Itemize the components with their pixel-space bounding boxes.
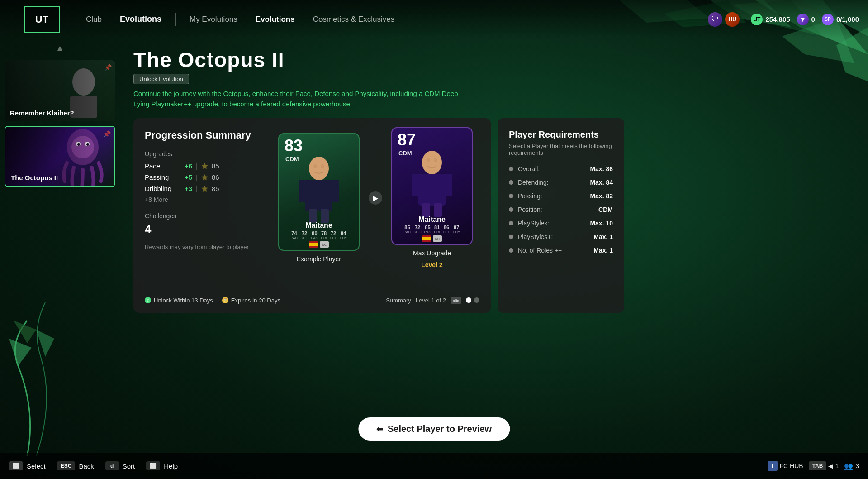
nav-tabs: Club Evolutions My Evolutions Evolutions… [77, 11, 708, 28]
svg-rect-28 [418, 174, 446, 206]
nav-tab-cosmetics[interactable]: Cosmetics & Exclusives [304, 11, 403, 28]
back-button-icon: ESC [57, 461, 76, 470]
action-help: ⬜ Help [146, 461, 178, 470]
req-dot-defending [509, 180, 513, 185]
example-card-label: Example Player [297, 255, 341, 263]
svg-rect-31 [422, 203, 430, 217]
tab-nav-item: TAB ◀ 1 [809, 461, 839, 470]
select-player-button[interactable]: ⬅ Select Player to Preview [358, 417, 510, 441]
currency-sp: SP 0/1,000 [822, 14, 859, 25]
evolution-description: Continue the journey with the Octopus, e… [133, 89, 473, 109]
req-dot-playstyles [509, 221, 513, 225]
pin-icon: 📌 [104, 64, 112, 71]
svg-point-27 [422, 151, 442, 174]
country-flag: HU [725, 12, 740, 27]
requirements-panel: Player Requirements Select a Player that… [498, 118, 624, 313]
max-card-sublabel: Level 2 [421, 261, 442, 268]
main-content: The Octopus II Unlock Evolution Continue… [120, 38, 868, 452]
logo-area: UT [0, 6, 77, 33]
req-dot-overall [509, 167, 513, 171]
max-player-card: 87 CDM [391, 127, 473, 245]
users-item: 👥 3 [844, 462, 859, 470]
transfer-icon: ▼ [797, 14, 809, 25]
req-dot-playstyles-plus [509, 235, 513, 239]
svg-point-19 [309, 157, 329, 180]
back-action-label: Back [79, 462, 94, 470]
top-navigation: UT Club Evolutions My Evolutions Evoluti… [0, 0, 868, 38]
nav-divider [175, 13, 176, 26]
svg-point-34 [434, 158, 437, 162]
currency-coins: ▼ 0 [797, 14, 815, 25]
unlock-badge: Unlock Evolution [133, 74, 189, 84]
users-count: 3 [855, 462, 859, 469]
sidebar-card-klaiber-label: Remember Klaiber? [10, 109, 74, 117]
pin-active-icon: 📌 [103, 130, 111, 138]
tab-icon: TAB [809, 461, 827, 470]
level-nav-icon[interactable]: ◀▶ [451, 297, 461, 304]
select-action-label: Select [27, 462, 46, 470]
unlock-time-label: Unlock Within 13 Days [154, 297, 213, 304]
action-sort: d Sort [105, 461, 135, 470]
action-back: ESC Back [57, 461, 94, 470]
currency-ut: UT 254,805 [751, 14, 790, 25]
max-rating: 87 [398, 132, 416, 148]
nav-tab-my-evolutions[interactable]: My Evolutions [180, 11, 247, 28]
example-stats-row: 74PAC 72SHO 80PAS 78DRI 72DEF 84PHY [291, 230, 347, 240]
sidebar-card-octopus-label: The Octopus II [11, 174, 58, 182]
player-cards-area: 83 CDM [278, 127, 473, 268]
action-select: ⬜ Select [9, 461, 46, 470]
fc-hub-item: f FC HUB [768, 461, 803, 471]
help-action-label: Help [164, 462, 178, 470]
svg-point-25 [313, 164, 317, 168]
level-dot-1 [466, 297, 471, 303]
nav-tab-club[interactable]: Club [77, 11, 111, 28]
req-dot-roles [509, 248, 513, 253]
tab-arrow: ◀ [828, 462, 833, 469]
bottom-bar: ⬜ Select ESC Back d Sort ⬜ Help f FC HUB… [0, 453, 868, 479]
panel-footer: ⏱ Unlock Within 13 Days ⌛ Expires In 20 … [145, 297, 479, 304]
req-playstyles-plus: PlayStyles+: Max. 1 [509, 233, 613, 240]
bottom-right-actions: f FC HUB TAB ◀ 1 👥 3 [768, 461, 859, 471]
coins-balance: 0 [811, 15, 815, 23]
ut-coin-icon: UT [751, 14, 763, 25]
ut-logo: UT [24, 6, 60, 33]
req-dot-passing [509, 194, 513, 198]
sidebar-card-octopus[interactable]: The Octopus II 📌 [5, 126, 115, 187]
req-overall: Overall: Max. 86 [509, 165, 613, 172]
panels-row: Progression Summary Upgrades Pace +6 | ⭐… [133, 118, 854, 313]
arrow-right[interactable]: ▶ [369, 191, 382, 205]
example-player-name: Maitane [305, 221, 332, 230]
select-player-label: Select Player to Preview [388, 424, 492, 434]
req-dot-position [509, 207, 513, 212]
max-club-badge: NC [433, 235, 442, 242]
sort-button-icon: d [105, 461, 119, 470]
max-card-label: Max Upgrade [413, 249, 451, 257]
max-stats-row: 85PAC 72SHO 85PAS 81DRI 86DEF 87PHY [404, 225, 460, 234]
max-player-art [400, 149, 464, 217]
svg-rect-21 [299, 180, 308, 202]
max-player-wrap: 87 CDM [391, 127, 473, 268]
svg-rect-20 [305, 180, 332, 211]
scroll-up-indicator: ▲ [5, 43, 115, 53]
level-dot-2 [474, 297, 479, 303]
max-player-name: Maitane [418, 216, 446, 224]
help-button-icon: ⬜ [146, 461, 160, 470]
clock-icon: ⏱ [145, 297, 151, 303]
summary-label: Summary [386, 297, 411, 304]
users-icon: 👥 [844, 462, 853, 470]
example-player-art [287, 155, 351, 223]
req-roles: No. of Roles ++ Max. 1 [509, 247, 613, 254]
level-label: Level 1 of 2 [416, 297, 446, 304]
nav-tab-evolutions[interactable]: Evolutions [247, 11, 304, 28]
req-position: Position: CDM [509, 206, 613, 213]
svg-rect-24 [321, 209, 329, 223]
svg-rect-29 [412, 174, 421, 196]
club-badge: NC [320, 241, 329, 248]
sidebar-card-klaiber[interactable]: Remember Klaiber? 📌 [5, 60, 115, 121]
nav-right: 🛡 HU UT 254,805 ▼ 0 SP 0/1,000 [708, 12, 868, 27]
nav-tab-evolutions-header[interactable]: Evolutions [111, 11, 171, 28]
footer-info: ⏱ Unlock Within 13 Days ⌛ Expires In 20 … [145, 297, 280, 304]
svg-point-26 [321, 164, 324, 168]
max-flags: NC [422, 235, 442, 242]
svg-rect-23 [309, 209, 317, 223]
